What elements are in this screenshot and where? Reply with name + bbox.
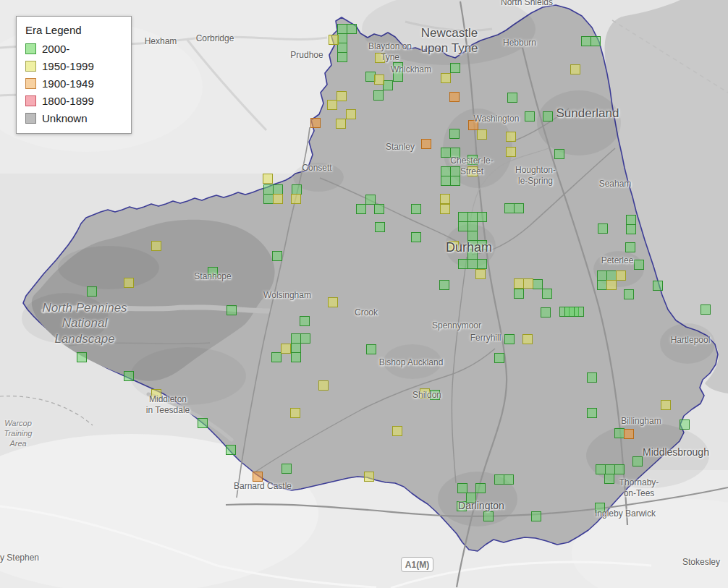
era-square-era_2000[interactable] [554, 149, 564, 159]
era-square-era_2000[interactable] [596, 464, 606, 474]
era-square-era_2000[interactable] [467, 240, 478, 250]
era-square-era_2000[interactable] [450, 176, 460, 186]
era-square-era_2000[interactable] [441, 176, 451, 186]
era-square-era_2000[interactable] [574, 307, 584, 317]
era-square-era_2000[interactable] [533, 279, 543, 289]
era-square-era_2000[interactable] [458, 259, 468, 269]
era-square-era_2000[interactable] [374, 204, 384, 214]
era-square-era_1900_1949[interactable] [421, 139, 431, 149]
era-square-era_1900_1949[interactable] [624, 429, 634, 439]
era-square-era_2000[interactable] [541, 307, 551, 318]
era-square-era_2000[interactable] [226, 445, 236, 455]
era-square-era_2000[interactable] [614, 428, 625, 438]
era-square-era_1950_1999[interactable] [328, 297, 338, 307]
era-square-era_2000[interactable] [634, 260, 644, 270]
era-square-era_1950_1999[interactable] [329, 35, 339, 45]
era-square-era_1950_1999[interactable] [318, 380, 329, 391]
era-square-era_1950_1999[interactable] [263, 174, 273, 184]
era-square-era_2000[interactable] [504, 203, 515, 213]
era-square-era_1950_1999[interactable] [337, 91, 347, 101]
era-square-era_2000[interactable] [504, 334, 515, 344]
era-square-era_1950_1999[interactable] [327, 100, 337, 110]
era-square-era_1950_1999[interactable] [374, 74, 384, 85]
era-square-era_2000[interactable] [587, 372, 597, 383]
era-square-era_2000[interactable] [450, 148, 460, 158]
era-square-era_1950_1999[interactable] [336, 119, 346, 129]
era-square-era_2000[interactable] [653, 281, 663, 291]
era-square-era_2000[interactable] [514, 203, 524, 213]
era-square-era_2000[interactable] [604, 474, 614, 484]
era-square-era_2000[interactable] [591, 36, 601, 46]
map-viewport[interactable]: North ShieldsHexhamCorbridgePrudhoeNewca… [0, 0, 728, 588]
era-square-era_2000[interactable] [450, 166, 460, 176]
era-square-era_2000[interactable] [477, 259, 487, 269]
era-square-era_2000[interactable] [77, 352, 87, 362]
era-square-era_2000[interactable] [625, 242, 635, 252]
era-square-era_2000[interactable] [597, 270, 607, 281]
era-square-era_2000[interactable] [477, 240, 487, 250]
era-square-era_1950_1999[interactable] [522, 334, 533, 344]
era-square-era_2000[interactable] [467, 259, 478, 269]
era-square-era_2000[interactable] [457, 501, 467, 511]
era-square-era_1950_1999[interactable] [661, 400, 671, 410]
era-square-era_2000[interactable] [208, 267, 218, 277]
era-square-era_2000[interactable] [483, 511, 494, 521]
era-square-era_2000[interactable] [300, 333, 310, 344]
era-square-era_1950_1999[interactable] [475, 269, 486, 279]
era-square-era_1950_1999[interactable] [420, 388, 430, 399]
era-square-era_2000[interactable] [680, 419, 690, 430]
era-square-era_2000[interactable] [227, 305, 237, 315]
era-square-era_2000[interactable] [365, 195, 376, 205]
era-square-era_1950_1999[interactable] [281, 344, 291, 354]
era-square-era_2000[interactable] [373, 90, 384, 101]
era-square-era_2000[interactable] [494, 474, 504, 485]
era-square-era_1900_1949[interactable] [449, 92, 460, 102]
era-square-era_1950_1999[interactable] [514, 278, 524, 289]
era-square-era_2000[interactable] [467, 231, 478, 241]
era-square-era_1950_1999[interactable] [440, 204, 450, 214]
era-square-era_2000[interactable] [632, 456, 643, 466]
era-square-era_2000[interactable] [626, 215, 636, 225]
era-square-era_2000[interactable] [614, 464, 625, 474]
era-square-era_1950_1999[interactable] [346, 109, 356, 119]
era-square-era_1950_1999[interactable] [616, 270, 626, 281]
era-square-era_2000[interactable] [347, 24, 357, 34]
era-square-era_1950_1999[interactable] [291, 194, 301, 204]
era-square-era_1950_1999[interactable] [273, 194, 283, 204]
era-square-era_2000[interactable] [624, 289, 634, 299]
era-square-era_2000[interactable] [291, 333, 301, 344]
era-square-era_1950_1999[interactable] [523, 278, 533, 289]
era-square-era_1950_1999[interactable] [375, 53, 385, 63]
era-square-era_1950_1999[interactable] [449, 241, 459, 251]
era-square-era_2000[interactable] [595, 503, 605, 513]
era-square-era_2000[interactable] [337, 52, 347, 62]
era-square-era_2000[interactable] [598, 223, 608, 234]
era-square-era_1950_1999[interactable] [440, 194, 450, 204]
era-square-era_2000[interactable] [507, 93, 517, 103]
era-square-era_2000[interactable] [198, 418, 208, 428]
era-square-era_2000[interactable] [263, 194, 274, 204]
era-square-era_1950_1999[interactable] [606, 280, 617, 290]
era-square-era_2000[interactable] [124, 371, 134, 381]
era-square-era_2000[interactable] [300, 316, 310, 326]
era-square-era_1950_1999[interactable] [392, 426, 402, 436]
era-square-era_2000[interactable] [477, 212, 487, 222]
era-square-era_2000[interactable] [273, 184, 283, 195]
era-square-era_2000[interactable] [531, 511, 541, 521]
era-square-era_1900_1949[interactable] [253, 472, 263, 482]
era-square-era_1950_1999[interactable] [477, 129, 487, 140]
era-square-era_2000[interactable] [271, 352, 282, 362]
era-square-era_2000[interactable] [467, 155, 478, 165]
era-square-era_1950_1999[interactable] [570, 64, 580, 74]
era-square-era_2000[interactable] [467, 212, 478, 222]
era-square-era_2000[interactable] [292, 184, 302, 195]
era-square-era_2000[interactable] [366, 344, 376, 354]
era-square-era_2000[interactable] [441, 148, 451, 158]
era-square-era_2000[interactable] [337, 24, 347, 34]
era-square-era_1950_1999[interactable] [506, 147, 516, 157]
era-square-era_1900_1949[interactable] [310, 118, 321, 128]
era-square-era_2000[interactable] [587, 408, 597, 418]
era-square-era_2000[interactable] [467, 250, 478, 260]
era-square-era_2000[interactable] [375, 222, 385, 232]
era-square-era_2000[interactable] [430, 390, 440, 400]
